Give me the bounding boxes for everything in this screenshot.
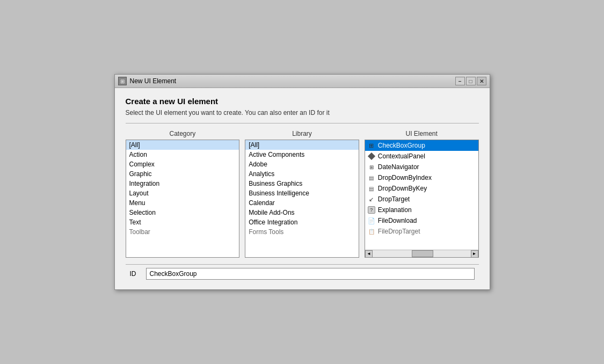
list-item[interactable]: Mobile Add-Ons bbox=[245, 208, 359, 217]
list-item[interactable]: Adobe bbox=[245, 159, 359, 169]
dialog-body: Create a new UI element Select the UI el… bbox=[115, 88, 490, 289]
category-section: Category [All] Action Complex Graphic In… bbox=[126, 130, 240, 258]
list-item[interactable]: Text bbox=[126, 217, 239, 227]
category-label: Category bbox=[126, 130, 240, 137]
ui-element-section: UI Element ⊞ CheckBoxGroup ContextualPan… bbox=[365, 130, 479, 258]
checkbox-group-icon: ⊞ bbox=[367, 141, 376, 150]
list-item[interactable]: Forms Tools bbox=[245, 227, 359, 237]
separator bbox=[126, 123, 479, 123]
ui-list-item[interactable]: 📄 FileDownload bbox=[365, 215, 478, 226]
ui-element-name: DropDownByKey bbox=[378, 185, 427, 192]
filedownload-icon: 📄 bbox=[367, 216, 376, 225]
category-listbox: [All] Action Complex Graphic Integration… bbox=[126, 140, 240, 258]
dialog-title: Create a new UI element bbox=[126, 97, 479, 106]
window-title: New UI Element bbox=[130, 77, 177, 85]
scroll-right-button[interactable]: ► bbox=[471, 250, 478, 258]
ui-element-listbox: ⊞ CheckBoxGroup ContextualPanel ⊞ DateNa… bbox=[365, 140, 479, 258]
id-label: ID bbox=[130, 270, 141, 278]
droptarget-icon: ↙ bbox=[367, 195, 376, 203]
id-input[interactable] bbox=[146, 268, 475, 280]
ui-element-name: ContextualPanel bbox=[378, 152, 425, 160]
ui-list-item[interactable]: ▤ DropDownByKey bbox=[365, 183, 478, 194]
title-bar-left: ⊞ New UI Element bbox=[118, 77, 177, 85]
list-item[interactable]: Layout bbox=[126, 188, 239, 198]
list-item[interactable]: Action bbox=[126, 150, 239, 159]
list-item[interactable]: Calendar bbox=[245, 198, 359, 208]
ui-element-name: Explanation bbox=[378, 206, 412, 214]
explanation-icon: ? bbox=[367, 206, 376, 214]
contextual-panel-icon bbox=[367, 152, 376, 161]
dialog-header: Create a new UI element Select the UI el… bbox=[126, 97, 479, 117]
list-item[interactable]: Integration bbox=[126, 179, 239, 188]
ui-list-item[interactable]: ▤ DropDownByIndex bbox=[365, 172, 478, 183]
scroll-left-button[interactable]: ◄ bbox=[365, 250, 373, 258]
id-row: ID bbox=[126, 264, 479, 283]
ui-element-name: FileDownload bbox=[378, 217, 417, 224]
list-item[interactable]: [All] bbox=[245, 140, 359, 150]
horizontal-scrollbar[interactable]: ◄ ► bbox=[365, 250, 478, 257]
app-icon: ⊞ bbox=[118, 77, 127, 85]
dropdownbykey-icon: ▤ bbox=[367, 184, 376, 193]
ui-list-item[interactable]: ⊞ CheckBoxGroup bbox=[365, 140, 478, 151]
category-scroll[interactable]: [All] Action Complex Graphic Integration… bbox=[126, 140, 239, 257]
lists-container: Category [All] Action Complex Graphic In… bbox=[126, 130, 479, 258]
list-item[interactable]: Active Components bbox=[245, 150, 359, 159]
ui-element-name: FileDropTarget bbox=[378, 228, 420, 235]
title-bar: ⊞ New UI Element – □ ✕ bbox=[115, 75, 490, 88]
list-item[interactable]: Selection bbox=[126, 208, 239, 217]
close-button[interactable]: ✕ bbox=[477, 77, 486, 85]
scroll-track bbox=[373, 250, 471, 257]
library-scroll[interactable]: [All] Active Components Adobe Analytics … bbox=[245, 140, 359, 257]
library-listbox: [All] Active Components Adobe Analytics … bbox=[245, 140, 359, 258]
dropdownbyindex-icon: ▤ bbox=[367, 173, 376, 182]
dialog-subtitle: Select the UI element you want to create… bbox=[126, 109, 479, 117]
ui-list-item[interactable]: ContextualPanel bbox=[365, 151, 478, 162]
library-section: Library [All] Active Components Adobe An… bbox=[245, 130, 359, 258]
ui-list-item[interactable]: ↙ DropTarget bbox=[365, 194, 478, 205]
scroll-thumb[interactable] bbox=[412, 250, 433, 257]
list-item[interactable]: Business Intelligence bbox=[245, 188, 359, 198]
list-item[interactable]: [All] bbox=[126, 140, 239, 150]
new-ui-element-dialog: ⊞ New UI Element – □ ✕ Create a new UI e… bbox=[114, 74, 490, 290]
list-item[interactable]: Business Graphics bbox=[245, 179, 359, 188]
filedroptarget-icon: 📋 bbox=[367, 227, 376, 236]
list-item[interactable]: Complex bbox=[126, 159, 239, 169]
list-item[interactable]: Menu bbox=[126, 198, 239, 208]
list-item[interactable]: Analytics bbox=[245, 169, 359, 179]
maximize-button[interactable]: □ bbox=[466, 77, 476, 85]
list-item[interactable]: Toolbar bbox=[126, 227, 239, 237]
list-item[interactable]: Graphic bbox=[126, 169, 239, 179]
ui-element-label: UI Element bbox=[365, 130, 479, 137]
title-controls: – □ ✕ bbox=[455, 77, 486, 85]
minimize-button[interactable]: – bbox=[455, 77, 465, 85]
ui-element-name: DateNavigator bbox=[378, 163, 419, 171]
ui-list-item[interactable]: ? Explanation bbox=[365, 205, 478, 215]
ui-list-item[interactable]: 📋 FileDropTarget bbox=[365, 226, 478, 237]
ui-list-item[interactable]: ⊞ DateNavigator bbox=[365, 162, 478, 172]
ui-element-scroll[interactable]: ⊞ CheckBoxGroup ContextualPanel ⊞ DateNa… bbox=[365, 140, 478, 250]
ui-element-name: CheckBoxGroup bbox=[378, 142, 425, 149]
list-item[interactable]: Office Integration bbox=[245, 217, 359, 227]
ui-element-name: DropDownByIndex bbox=[378, 174, 432, 181]
date-navigator-icon: ⊞ bbox=[367, 163, 376, 171]
library-label: Library bbox=[245, 130, 359, 137]
ui-element-name: DropTarget bbox=[378, 195, 410, 203]
